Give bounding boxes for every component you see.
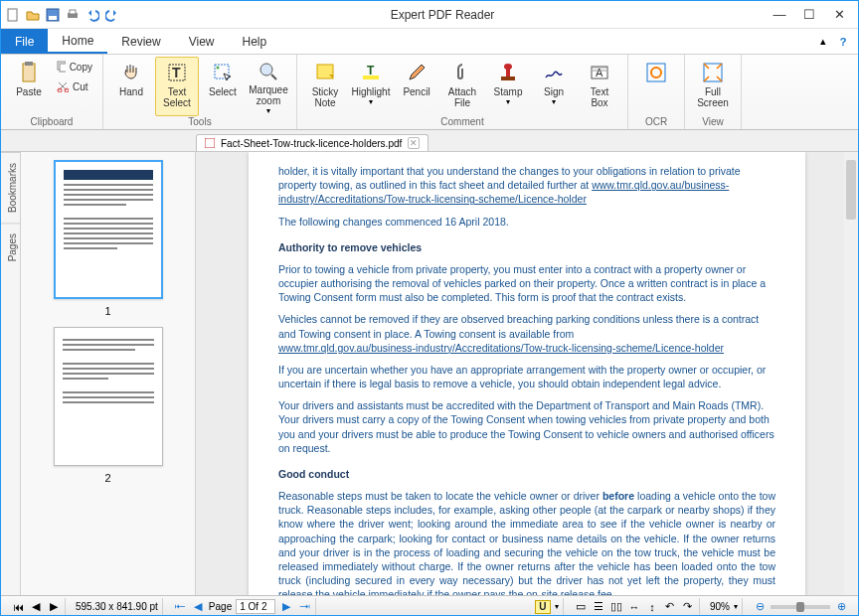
new-icon[interactable] [5,7,21,23]
sign-button[interactable]: Sign▾ [532,57,576,116]
menu-bar: File Home Review View Help ▴ ? [1,29,858,55]
stamp-button[interactable]: Stamp▾ [486,57,530,116]
group-label: Tools [109,116,290,128]
underline-icon[interactable]: U [535,600,551,614]
pencil-button[interactable]: Pencil [395,57,438,116]
svg-rect-5 [23,64,35,81]
svg-rect-16 [317,65,333,78]
document-view[interactable]: holder, it is vitally important that you… [196,152,858,595]
pdf-page: holder, it is vitally important that you… [249,152,805,595]
pdf-icon [205,138,215,148]
group-tools: Hand TText Select Select Marquee zoom▾ T… [103,55,297,129]
page-first-icon[interactable]: ⭰ [173,600,187,614]
close-tab-icon[interactable]: ✕ [408,137,420,149]
group-label: View [691,116,735,128]
nav-prev-icon[interactable]: ◀ [29,600,43,614]
thumbnail-2[interactable] [54,327,163,466]
ribbon: Paste Copy Cut Clipboard Hand TText Sele… [1,55,858,130]
minimize-button[interactable]: — [765,5,794,25]
group-view: Full Screen View [685,55,742,129]
scrollbar-thumb[interactable] [846,160,856,220]
redo-icon[interactable] [104,7,120,23]
svg-rect-4 [70,10,76,14]
heading: Good conduct [278,467,775,481]
zoom-value: 90% [710,601,730,612]
svg-text:T: T [172,65,181,80]
cut-button[interactable]: Cut [53,77,96,96]
file-menu[interactable]: File [1,29,48,54]
page-prev-icon[interactable]: ◀ [191,600,205,614]
svg-rect-26 [205,138,215,148]
tab-help[interactable]: Help [229,29,281,54]
document-tab[interactable]: Fact-Sheet-Tow-truck-licence-holders.pdf… [196,134,429,151]
svg-point-15 [260,64,272,76]
tab-home[interactable]: Home [48,29,107,54]
rotate-left-icon[interactable]: ↶ [663,600,677,614]
svg-text:T: T [367,64,375,77]
tab-review[interactable]: Review [107,29,174,54]
svg-rect-6 [25,62,33,66]
side-tab-pages[interactable]: Pages [1,223,20,271]
attach-file-button[interactable]: Attach File [440,57,484,116]
page-last-icon[interactable]: ⭲ [297,600,311,614]
thumbnails-panel: 1 2 [21,152,196,595]
document-tab-label: Fact-Sheet-Tow-truck-licence-holders.pdf [221,138,402,149]
text-select-button[interactable]: TText Select [155,57,199,116]
open-icon[interactable] [25,7,41,23]
marquee-zoom-button[interactable]: Marquee zoom▾ [247,57,290,116]
nav-first-icon[interactable]: ⏮ [11,600,25,614]
nav-next-icon[interactable]: ▶ [47,600,61,614]
help-icon[interactable]: ? [836,35,850,49]
group-ocr: OCR [628,55,685,129]
thumbnail-1[interactable] [54,160,163,299]
ocr-button[interactable] [634,57,678,116]
fit-height-icon[interactable]: ↕ [645,600,659,614]
side-tab-bookmarks[interactable]: Bookmarks [1,152,20,223]
rotate-right-icon[interactable]: ↷ [681,600,695,614]
group-label: Comment [303,116,621,128]
save-icon[interactable] [45,7,61,23]
group-label: Clipboard [7,116,96,128]
full-screen-button[interactable]: Full Screen [691,57,735,116]
print-icon[interactable] [65,7,81,23]
copy-button[interactable]: Copy [53,57,96,77]
group-label: OCR [634,116,678,128]
zoom-in-icon[interactable]: ⊕ [834,600,848,614]
undo-icon[interactable] [85,7,100,23]
zoom-out-icon[interactable]: ⊖ [753,600,767,614]
link[interactable]: www.tmr.qld.gov.au/business-industry/Acc… [278,342,724,354]
group-comment: Sticky Note THighlight▾ Pencil Attach Fi… [297,55,628,129]
svg-rect-8 [60,64,66,72]
paste-button[interactable]: Paste [7,57,51,116]
dimensions-label: 595.30 x 841.90 pt [72,598,163,616]
hand-button[interactable]: Hand [109,57,153,116]
vertical-scrollbar[interactable] [844,152,858,595]
svg-point-20 [504,64,512,70]
highlight-button[interactable]: THighlight▾ [349,57,393,116]
svg-rect-2 [49,16,57,20]
page-next-icon[interactable]: ▶ [279,600,293,614]
maximize-button[interactable]: ☐ [794,5,824,25]
svg-text:A: A [596,67,603,78]
window-controls: — ☐ ✕ [765,5,854,25]
thumbnail-number: 2 [29,472,187,484]
page-field[interactable] [236,599,275,614]
zoom-slider[interactable] [771,605,830,609]
svg-point-14 [217,67,220,70]
select-button[interactable]: Select [201,57,245,116]
fit-width-icon[interactable]: ↔ [627,600,641,614]
view-facing-icon[interactable]: ▯▯ [609,600,623,614]
text-box-button[interactable]: AText Box [578,57,621,116]
ribbon-minimize-icon[interactable]: ▴ [816,35,830,49]
close-button[interactable]: ✕ [824,5,854,25]
view-continuous-icon[interactable]: ☰ [592,600,605,614]
page-label: Page [209,601,232,612]
workspace: Bookmarks Pages 1 2 holder, it is vitall… [1,152,858,595]
svg-point-24 [651,68,661,77]
thumbnail-number: 1 [29,305,187,317]
document-tabs: Fact-Sheet-Tow-truck-licence-holders.pdf… [1,130,858,152]
tab-view[interactable]: View [175,29,229,54]
sticky-note-button[interactable]: Sticky Note [303,57,347,116]
heading: Authority to remove vehicles [278,240,775,254]
view-single-icon[interactable]: ▭ [574,600,588,614]
